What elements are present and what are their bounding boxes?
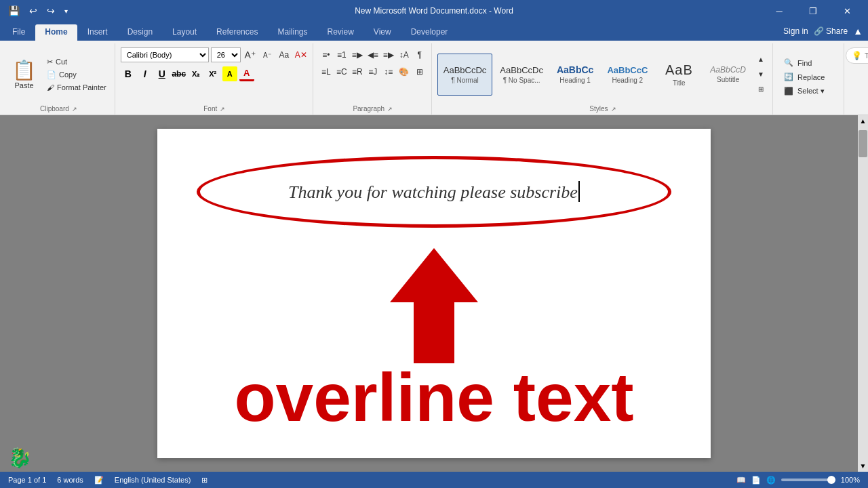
zoom-thumb[interactable] <box>827 476 835 484</box>
change-case-button[interactable]: Aa <box>277 47 292 62</box>
tab-design[interactable]: Design <box>118 24 162 41</box>
tab-mailings[interactable]: Mailings <box>268 24 317 41</box>
tab-developer[interactable]: Developer <box>401 24 458 41</box>
cut-button[interactable]: ✂ Cut <box>43 56 111 68</box>
justify-button[interactable]: ≡J <box>366 64 380 79</box>
strikethrough-button[interactable]: abc <box>172 66 186 81</box>
line-spacing-button[interactable]: ↕≡ <box>381 64 396 79</box>
styles-group: AaBbCcDc ¶ Normal AaBbCcDc ¶ No Spac... … <box>433 43 773 115</box>
document-page[interactable]: Thank you for watching please subscribe … <box>157 129 711 458</box>
tell-me-input[interactable] <box>865 52 868 60</box>
editing-label: Editing <box>778 104 840 115</box>
styles-scroll-down[interactable]: ▼ <box>753 67 768 82</box>
overline-text: overline text <box>198 363 670 431</box>
sort-button[interactable]: ↕A <box>397 47 412 62</box>
align-left-button[interactable]: ≡L <box>319 64 334 79</box>
scroll-thumb[interactable] <box>859 130 867 157</box>
spelling-icon[interactable]: 📝 <box>94 476 104 485</box>
style-subtitle[interactable]: AaBbCcD Subtitle <box>704 54 752 96</box>
track-changes-icon[interactable]: ⊞ <box>201 476 208 485</box>
clipboard-expand-icon[interactable]: ↗ <box>72 106 77 113</box>
replace-button[interactable]: 🔄 Replace <box>778 70 840 83</box>
multilevel-list-button[interactable]: ≡▶ <box>350 47 365 62</box>
font-family-select[interactable]: Calibri (Body) <box>121 47 209 62</box>
style-no-spacing[interactable]: AaBbCcDc ¶ No Spac... <box>494 54 549 96</box>
tab-layout[interactable]: Layout <box>163 24 206 41</box>
view-print-icon[interactable]: 📄 <box>751 476 761 485</box>
copy-button[interactable]: 📄 Copy <box>43 69 111 81</box>
up-arrow-container <box>390 248 478 363</box>
select-icon: ⬛ <box>784 87 793 96</box>
styles-scroll-up[interactable]: ▲ <box>753 52 768 67</box>
tab-file[interactable]: File <box>3 24 35 41</box>
numbering-button[interactable]: ≡1 <box>334 47 349 62</box>
view-web-icon[interactable]: 🌐 <box>766 476 776 485</box>
view-read-icon[interactable]: 📖 <box>736 476 746 485</box>
align-right-button[interactable]: ≡R <box>350 64 365 79</box>
styles-scroll: ▲ ▼ ⊞ <box>753 52 768 97</box>
increase-indent-button[interactable]: ≡▶ <box>381 47 396 62</box>
paragraph-label: Paragraph ↗ <box>319 104 427 115</box>
find-button[interactable]: 🔍 Find <box>778 56 840 69</box>
style-normal[interactable]: AaBbCcDc ¶ Normal <box>437 54 493 96</box>
oval-text: Thank you for watching please subscribe <box>261 181 607 203</box>
styles-expand-icon[interactable]: ↗ <box>611 106 616 113</box>
paragraph-group: ≡• ≡1 ≡▶ ◀≡ ≡▶ ↕A ¶ ≡L ≡C ≡R ≡J ↕≡ 🎨 ⊞ P… <box>315 43 432 115</box>
paragraph-expand-icon[interactable]: ↗ <box>387 106 393 113</box>
style-title[interactable]: AaB Title <box>655 54 703 96</box>
text-highlight-button[interactable]: A <box>222 66 237 81</box>
tab-view[interactable]: View <box>364 24 401 41</box>
sign-in-link[interactable]: Sign in <box>783 26 808 36</box>
vertical-scrollbar[interactable]: ▲ ▼ <box>858 115 868 472</box>
tell-me-bar[interactable]: 💡 <box>846 47 868 64</box>
decrease-font-button[interactable]: A⁻ <box>260 47 275 62</box>
tab-references[interactable]: References <box>207 24 267 41</box>
increase-font-button[interactable]: A⁺ <box>243 47 258 62</box>
scroll-up-button[interactable]: ▲ <box>858 115 868 127</box>
shading-button[interactable]: 🎨 <box>397 64 412 79</box>
style-heading2[interactable]: AaBbCcC Heading 2 <box>601 54 654 96</box>
select-button[interactable]: ⬛ Select ▾ <box>778 85 840 98</box>
font-color-button[interactable]: A <box>239 66 254 81</box>
tab-review[interactable]: Review <box>317 24 363 41</box>
superscript-button[interactable]: X² <box>205 66 220 81</box>
tab-home[interactable]: Home <box>35 24 77 41</box>
paste-label: Paste <box>14 81 33 89</box>
underline-button[interactable]: U <box>155 66 170 81</box>
tab-insert[interactable]: Insert <box>78 24 117 41</box>
font-group: Calibri (Body) 26 A⁺ A⁻ Aa A✕ B I U abc … <box>117 43 313 115</box>
ribbon-collapse-icon[interactable]: ▲ <box>853 26 863 37</box>
minimize-button[interactable]: ─ <box>764 0 795 22</box>
bullets-button[interactable]: ≡• <box>319 47 334 62</box>
document-area: Thank you for watching please subscribe … <box>0 115 868 472</box>
scroll-down-button[interactable]: ▼ <box>858 460 868 472</box>
paste-button[interactable]: 📋 Paste <box>7 45 41 104</box>
clipboard-group: 📋 Paste ✂ Cut 📄 Copy 🖌 Format Painter <box>3 43 115 115</box>
italic-button[interactable]: I <box>138 66 153 81</box>
redo-icon[interactable]: ↪ <box>44 4 58 18</box>
share-button[interactable]: 🔗 Share <box>814 26 848 36</box>
style-heading1[interactable]: AaBbCc Heading 1 <box>551 54 599 96</box>
window-title: New Microsoft Word Document.docx - Word <box>355 6 513 16</box>
show-formatting-button[interactable]: ¶ <box>412 47 427 62</box>
restore-button[interactable]: ❐ <box>797 0 829 22</box>
undo-icon[interactable]: ↩ <box>26 4 40 18</box>
font-label: Font ↗ <box>121 104 309 115</box>
svg-marker-0 <box>390 248 478 363</box>
styles-more[interactable]: ⊞ <box>753 82 768 97</box>
font-expand-icon[interactable]: ↗ <box>220 106 225 113</box>
save-icon[interactable]: 💾 <box>5 4 22 18</box>
align-center-button[interactable]: ≡C <box>334 64 349 79</box>
close-button[interactable]: ✕ <box>831 0 863 22</box>
bold-button[interactable]: B <box>121 66 136 81</box>
clear-format-button[interactable]: A✕ <box>294 47 309 62</box>
borders-button[interactable]: ⊞ <box>412 64 427 79</box>
decrease-indent-button[interactable]: ◀≡ <box>366 47 380 62</box>
format-painter-button[interactable]: 🖌 Format Painter <box>43 82 111 93</box>
font-size-select[interactable]: 26 <box>211 47 241 62</box>
zoom-slider[interactable] <box>781 479 835 481</box>
customize-icon[interactable]: ▾ <box>62 6 71 16</box>
zoom-level: 100% <box>841 476 860 484</box>
subscript-button[interactable]: X₂ <box>189 66 203 81</box>
language: English (United States) <box>115 476 191 484</box>
